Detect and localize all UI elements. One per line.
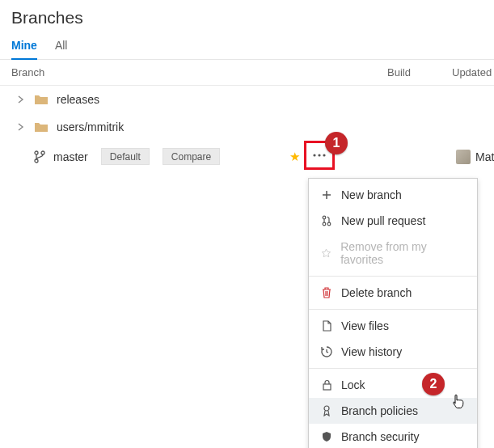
svg-point-7	[323, 222, 326, 226]
menu-view-files[interactable]: View files	[309, 313, 477, 339]
folder-name: releases	[57, 93, 99, 106]
branch-icon	[34, 150, 45, 163]
column-branch[interactable]: Branch	[11, 66, 387, 78]
callout-step-1: 1	[325, 132, 348, 154]
menu-label: Lock	[341, 378, 365, 391]
svg-point-3	[313, 154, 315, 156]
menu-label: Remove from my favorites	[340, 240, 466, 266]
svg-point-4	[318, 154, 320, 156]
menu-view-history[interactable]: View history	[309, 339, 477, 365]
menu-separator	[309, 309, 477, 310]
tag-default: Default	[101, 148, 150, 165]
branch-folder-row-users[interactable]: users/mmitrik	[0, 113, 494, 141]
menu-label: Branch security	[341, 430, 419, 443]
tag-compare: Compare	[163, 148, 220, 165]
tabs: Mine All	[0, 32, 494, 60]
branch-context-menu: New branch New pull request Remove from …	[308, 178, 478, 448]
history-icon	[320, 346, 333, 357]
avatar	[456, 150, 471, 164]
lock-icon	[320, 379, 333, 391]
column-updated[interactable]: Updated	[452, 66, 492, 78]
svg-point-8	[327, 222, 331, 226]
menu-remove-favorite: Remove from my favorites	[309, 234, 477, 273]
page-title: Branches	[11, 8, 483, 27]
menu-label: View files	[341, 319, 389, 332]
svg-point-6	[323, 216, 326, 219]
column-build[interactable]: Build	[387, 66, 452, 78]
branch-folder-row-releases[interactable]: releases	[0, 86, 494, 113]
menu-new-branch[interactable]: New branch	[309, 182, 477, 208]
menu-label: Delete branch	[341, 286, 412, 299]
folder-icon	[34, 94, 49, 105]
badge-icon	[320, 405, 333, 416]
menu-branch-security[interactable]: Branch security	[309, 424, 477, 448]
tab-mine[interactable]: Mine	[11, 39, 37, 60]
svg-point-5	[323, 154, 325, 156]
menu-label: View history	[341, 345, 402, 358]
star-outline-icon	[320, 248, 332, 259]
pull-request-icon	[320, 215, 333, 226]
menu-label: New branch	[341, 188, 402, 201]
svg-point-1	[41, 151, 44, 154]
branch-row-master[interactable]: master Default Compare ★ Matt	[0, 141, 494, 172]
tab-all[interactable]: All	[55, 39, 68, 59]
shield-icon	[320, 431, 333, 442]
svg-point-10	[324, 406, 329, 411]
file-icon	[320, 320, 333, 332]
trash-icon	[320, 287, 333, 298]
plus-icon	[320, 190, 333, 200]
menu-lock[interactable]: Lock	[309, 372, 477, 398]
menu-label: Branch policies	[341, 404, 418, 417]
menu-delete-branch[interactable]: Delete branch	[309, 280, 477, 306]
star-favorite-icon[interactable]: ★	[289, 150, 300, 164]
folder-name: users/mmitrik	[57, 120, 124, 133]
menu-label: New pull request	[341, 214, 425, 227]
chevron-right-icon	[18, 123, 26, 131]
column-header-row: Branch Build Updated	[0, 60, 494, 86]
menu-branch-policies[interactable]: Branch policies	[309, 398, 477, 424]
callout-step-2: 2	[422, 373, 445, 395]
branch-name: master	[53, 150, 88, 163]
menu-separator	[309, 276, 477, 277]
menu-new-pull-request[interactable]: New pull request	[309, 208, 477, 234]
user-name: Matt	[475, 150, 494, 163]
updated-by: Matt	[456, 150, 494, 164]
chevron-right-icon	[18, 95, 26, 104]
svg-rect-9	[323, 384, 331, 390]
menu-separator	[309, 368, 477, 369]
svg-point-2	[35, 159, 38, 163]
svg-point-0	[35, 151, 38, 154]
folder-icon	[34, 121, 49, 133]
